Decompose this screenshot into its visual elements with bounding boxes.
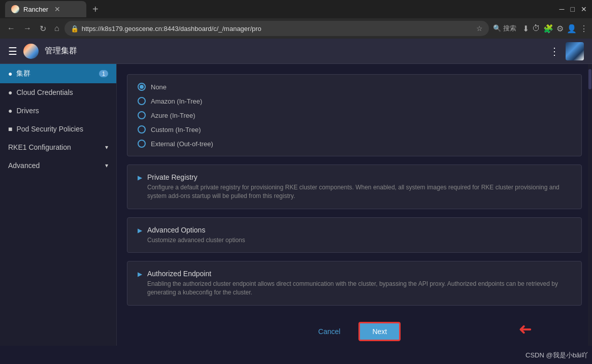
private-registry-section[interactable]: ▶ Private Registry Configure a default p… bbox=[127, 164, 582, 209]
window-controls: ─ □ ✕ bbox=[560, 5, 587, 13]
sidebar-item-label: Pod Security Policies bbox=[16, 125, 83, 133]
address-bar[interactable]: 🔒 https://k8s179.geoscene.cn:8443/dashbo… bbox=[64, 21, 489, 36]
browser-title-bar: Rancher ✕ + ─ □ ✕ bbox=[0, 0, 592, 18]
radio-option-external[interactable]: External (Out-of-tree) bbox=[138, 140, 571, 148]
scrollbar-track[interactable] bbox=[588, 64, 592, 346]
radio-options-section: None Amazon (In-Tree) Azure (In-Tree) Cu… bbox=[127, 74, 582, 156]
section-description: Configure a default private registry for… bbox=[147, 183, 571, 201]
tab-close-icon[interactable]: ✕ bbox=[54, 5, 60, 13]
shield-icon: 🔒 bbox=[71, 25, 79, 32]
radio-option-amazon[interactable]: Amazon (In-Tree) bbox=[138, 97, 571, 105]
forward-button[interactable]: → bbox=[20, 22, 35, 35]
app-logo bbox=[23, 44, 39, 59]
radio-label-none: None bbox=[151, 83, 167, 91]
sidebar-item-drivers[interactable]: ● Drivers bbox=[0, 102, 116, 120]
settings-icon[interactable]: ⚙ bbox=[556, 24, 564, 34]
nav-right-icons: ⬇ ⏱ 🧩 ⚙ 👤 ⋮ bbox=[522, 24, 588, 34]
collapse-arrow-icon: ▶ bbox=[138, 271, 142, 278]
tab-title: Rancher bbox=[23, 6, 48, 13]
sidebar-item-pod-security-policies[interactable]: ■ Pod Security Policies bbox=[0, 120, 116, 138]
main-content: None Amazon (In-Tree) Azure (In-Tree) Cu… bbox=[117, 64, 592, 346]
collapsible-header: ▶ Advanced Options Customize advanced cl… bbox=[138, 226, 571, 245]
section-title: Authorized Endpoint bbox=[147, 270, 571, 278]
more-options-icon[interactable]: ⋮ bbox=[580, 24, 588, 34]
app-topbar: ☰ 管理集群 ⋮ bbox=[0, 39, 592, 64]
authorized-endpoint-section[interactable]: ▶ Authorized Endpoint Enabling the autho… bbox=[127, 261, 582, 306]
new-tab-button[interactable]: + bbox=[90, 4, 101, 14]
radio-label-azure: Azure (In-Tree) bbox=[151, 112, 195, 119]
radio-button-none[interactable] bbox=[138, 83, 146, 91]
collapsible-header: ▶ Private Registry Configure a default p… bbox=[138, 173, 571, 201]
user-avatar[interactable] bbox=[566, 42, 584, 60]
sidebar-item-label: Drivers bbox=[16, 107, 39, 115]
sidebar-item-label: Cloud Credentials bbox=[16, 88, 73, 96]
scrollbar-thumb[interactable] bbox=[588, 69, 591, 89]
app-title: 管理集群 bbox=[45, 46, 77, 56]
sidebar-item-cloud-credentials[interactable]: ● Cloud Credentials bbox=[0, 83, 116, 102]
sidebar-item-label: RKE1 Configuration bbox=[8, 143, 71, 151]
radio-option-none[interactable]: None bbox=[138, 83, 571, 91]
sidebar-item-clusters[interactable]: ● 集群 1 bbox=[0, 64, 116, 83]
clusters-icon: ● bbox=[8, 70, 12, 78]
radio-button-azure[interactable] bbox=[138, 111, 146, 119]
radio-label-amazon: Amazon (In-Tree) bbox=[151, 97, 202, 105]
section-title: Private Registry bbox=[147, 173, 571, 181]
radio-label-external: External (Out-of-tree) bbox=[151, 140, 213, 148]
next-button[interactable]: Next bbox=[358, 322, 401, 341]
nav-bar: ← → ↻ ⌂ 🔒 https://k8s179.geoscene.cn:844… bbox=[0, 18, 592, 39]
watermark: CSDN @我是小bāi吖 bbox=[525, 351, 588, 360]
search-label: 🔍 搜索 bbox=[493, 24, 516, 33]
maximize-icon[interactable]: □ bbox=[571, 5, 575, 13]
section-description: Customize advanced cluster options bbox=[147, 236, 245, 245]
sidebar: ● 集群 1 ● Cloud Credentials ● Drivers ■ P… bbox=[0, 64, 117, 346]
sidebar-section-rke1[interactable]: RKE1 Configuration ▾ bbox=[0, 138, 116, 156]
profile-icon[interactable]: 👤 bbox=[567, 24, 577, 34]
cloud-credentials-icon: ● bbox=[8, 88, 12, 96]
chevron-down-icon: ▾ bbox=[105, 144, 108, 151]
clusters-badge: 1 bbox=[99, 70, 108, 77]
close-window-icon[interactable]: ✕ bbox=[581, 5, 587, 13]
extensions-icon[interactable]: 🧩 bbox=[543, 24, 553, 34]
minimize-icon[interactable]: ─ bbox=[560, 5, 565, 13]
tab[interactable]: Rancher ✕ bbox=[5, 1, 86, 17]
sidebar-item-label: Advanced bbox=[8, 161, 40, 170]
radio-button-custom[interactable] bbox=[138, 125, 146, 134]
history-icon[interactable]: ⏱ bbox=[532, 24, 540, 33]
app-container: ● 集群 1 ● Cloud Credentials ● Drivers ■ P… bbox=[0, 64, 592, 346]
section-title: Advanced Options bbox=[147, 226, 245, 234]
sidebar-item-label: 集群 bbox=[16, 69, 30, 78]
address-text[interactable]: https://k8s179.geoscene.cn:8443/dashboar… bbox=[82, 25, 474, 32]
radio-button-external[interactable] bbox=[138, 140, 146, 148]
drivers-icon: ● bbox=[8, 107, 12, 115]
cancel-button[interactable]: Cancel bbox=[308, 323, 351, 340]
back-button[interactable]: ← bbox=[4, 22, 18, 35]
more-menu-icon[interactable]: ⋮ bbox=[549, 45, 560, 57]
footer-buttons: Cancel Next bbox=[127, 314, 582, 346]
collapse-arrow-icon: ▶ bbox=[138, 227, 142, 234]
radio-button-amazon[interactable] bbox=[138, 97, 146, 105]
radio-option-custom[interactable]: Custom (In-Tree) bbox=[138, 125, 571, 134]
download-icon[interactable]: ⬇ bbox=[522, 24, 529, 34]
tab-favicon bbox=[11, 5, 19, 13]
collapse-arrow-icon: ▶ bbox=[138, 174, 142, 181]
pod-security-policies-icon: ■ bbox=[8, 125, 12, 133]
collapsible-header: ▶ Authorized Endpoint Enabling the autho… bbox=[138, 270, 571, 297]
star-icon[interactable]: ☆ bbox=[476, 24, 483, 32]
chevron-down-icon: ▾ bbox=[105, 162, 108, 169]
section-description: Enabling the authorized cluster endpoint… bbox=[147, 280, 571, 297]
sidebar-section-advanced[interactable]: Advanced ▾ bbox=[0, 156, 116, 175]
refresh-button[interactable]: ↻ bbox=[37, 22, 49, 36]
radio-option-azure[interactable]: Azure (In-Tree) bbox=[138, 111, 571, 119]
home-button[interactable]: ⌂ bbox=[51, 22, 62, 35]
radio-label-custom: Custom (In-Tree) bbox=[151, 126, 201, 134]
hamburger-menu-icon[interactable]: ☰ bbox=[8, 45, 17, 57]
advanced-options-section[interactable]: ▶ Advanced Options Customize advanced cl… bbox=[127, 217, 582, 253]
